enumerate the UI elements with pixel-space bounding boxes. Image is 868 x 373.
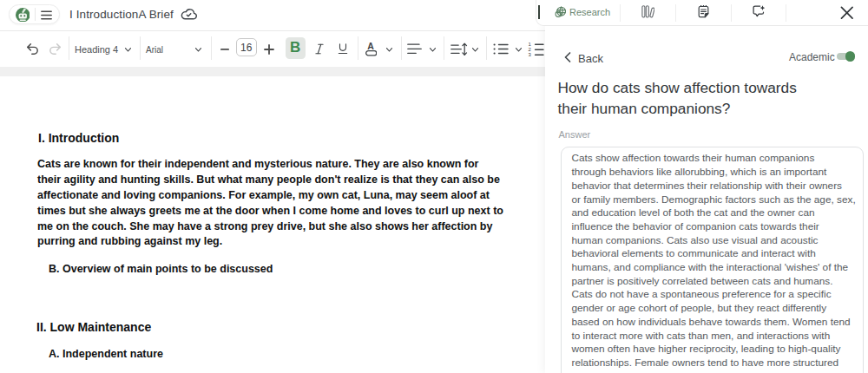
svg-text:3: 3 [528,52,531,57]
